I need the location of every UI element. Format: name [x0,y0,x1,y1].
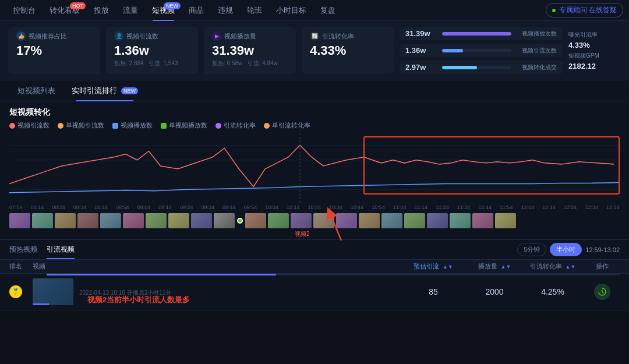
bottom-tab-flow[interactable]: 引流视频 [47,242,75,257]
nav-console[interactable]: 控制台 [6,0,43,21]
stats-right-panel: 31.39w 视频播放次数 1.36w 视频引流次数 2.97w 视频转化成交 [400,27,563,74]
new-badge: NEW [164,2,181,9]
arrow-svg [318,207,365,242]
th-action: 操作 [585,262,620,271]
nav-review[interactable]: 复盘 [313,0,342,21]
stat-label-recommend: 👍 视频推荐占比 [16,31,92,41]
right-bar-convert [442,66,511,69]
thumb-6[interactable] [123,213,144,228]
thumb-19[interactable] [427,213,448,228]
bottom-tab-preheat[interactable]: 预热视频 [9,242,37,257]
thumb-1[interactable] [9,213,30,228]
stats-far-right: 曝光引流率 4.33% 短视频GPM 2182.12 [568,27,621,74]
annotation-row: 视频2 [9,230,620,239]
nav-shortvideo[interactable]: 短视频 NEW [145,0,182,21]
right-label-convert: 视频转化成交 [516,63,557,72]
chart-canvas [9,133,620,203]
chart-title: 短视频转化 [9,107,620,118]
online-dot [552,9,556,12]
play-icon: ▶ [212,31,221,41]
legend-sq-play [112,123,118,129]
video2-label: 视频2 [295,230,310,238]
right-bar-fill-convert [442,66,477,69]
stats-row: 👍 视频推荐占比 17% 👤 视频引流数 1.36w 预热: 2,884 引流:… [0,21,629,80]
legend-single-play: 单视频播放数 [161,121,207,130]
stat-value-flow: 1.36w [114,43,190,58]
sub-tab-realtime[interactable]: 实时引流排行 NEW [63,80,146,101]
realtime-new-badge: NEW [121,87,138,94]
legend-play: 视频播放数 [112,121,153,130]
legend-rate: 引流转化率 [215,121,256,130]
video-thumb-img [33,278,73,305]
legend-dot-rate [215,123,221,129]
top-nav: 控制台 转化看板 HOT 投放 流量 短视频 NEW 商品 违规 轮班 小时目标… [0,0,629,21]
stat-label-flow: 👤 视频引流数 [114,31,190,41]
nav-shift[interactable]: 轮班 [240,0,269,21]
advisor-button[interactable]: 专属顾问 在线答疑 [546,3,623,17]
thumb-4[interactable] [77,213,98,228]
th-play[interactable]: 播放量 ▲▼ [468,262,521,271]
thumb-20[interactable] [450,213,471,228]
btn-5min[interactable]: 5分钟 [517,243,546,256]
legend-dot-flow [9,123,15,129]
right-row-flow: 1.36w 视频引流次数 [400,44,563,57]
rank-gold: 🥇 [9,285,22,298]
thumb-17[interactable] [381,213,402,228]
action-button[interactable] [594,284,610,300]
thumb-13[interactable] [291,213,312,228]
time-buttons: 5分钟 半小时 12:59-13:02 [517,243,620,256]
right-label-flow: 视频引流次数 [516,47,557,55]
bottom-section: 预热视频 引流视频 5分钟 半小时 12:59-13:02 排名 视频 预估引流… [0,239,629,310]
hot-badge: HOT [70,2,86,9]
legend-dot-single-flow [58,123,63,129]
stat-value-rate: 4.33% [310,43,386,58]
th-rate[interactable]: 引流转化率 ▲▼ [521,262,585,271]
thumb-12[interactable] [268,213,289,228]
video-thumb[interactable] [33,278,73,305]
right-val-play: 31.39w [405,29,437,38]
btn-halfhour[interactable]: 半小时 [550,243,582,256]
time-range: 12:59-13:02 [585,246,620,253]
thumb-8[interactable] [168,213,189,228]
bottom-tabs-row: 预热视频 引流视频 5分钟 半小时 12:59-13:02 [0,240,629,260]
sort-flow-icon: ▲▼ [443,264,453,270]
thumb-5[interactable] [100,213,121,228]
stat-card-flow: 👤 视频引流数 1.36w 预热: 2,884 引流: 1,543 [106,27,198,74]
sort-rate-icon: ▲▼ [566,264,576,270]
thumb-10[interactable] [214,213,235,228]
thumb-strip [9,211,620,230]
thumb-22[interactable] [495,213,516,228]
right-val-flow: 1.36w [405,46,437,55]
right-row-play: 31.39w 视频播放次数 [400,27,563,40]
video-date: 2022-04-13 10:10 开播后2小时11分 [79,289,398,297]
table-row: 🥇 2022-04-13 10:10 开播后2小时11分 85 2000 4.2… [0,274,629,310]
thumb-progress [33,303,49,305]
thumb-21[interactable] [472,213,493,228]
thumb-11[interactable] [245,213,266,228]
thumb-3[interactable] [55,213,76,228]
nav-traffic[interactable]: 流量 [116,0,145,21]
rate-icon: 🔄 [310,31,319,41]
sub-tab-list[interactable]: 短视频列表 [9,80,63,101]
nav-conversion[interactable]: 转化看板 HOT [43,0,87,21]
thumb-2[interactable] [32,213,53,228]
nav-delivery[interactable]: 投放 [87,0,116,21]
nav-violation[interactable]: 违规 [211,0,240,21]
thumb-18[interactable] [404,213,425,228]
right-val-convert: 2.97w [405,63,437,72]
stat-label-rate: 🔄 引流转化率 [310,31,386,41]
stat-card-recommend: 👍 视频推荐占比 17% [8,27,100,74]
recommend-icon: 👍 [16,31,26,41]
nav-product[interactable]: 商品 [182,0,211,21]
thumb-9[interactable] [191,213,212,228]
th-rank: 排名 [9,262,33,271]
nav-hourly[interactable]: 小时目标 [269,0,313,21]
stat-card-play: ▶ 视频播放量 31.39w 预热: 6.58w 引流: 4.84w [204,27,296,74]
legend-single-flow: 单视频引流数 [58,121,104,130]
sort-play-icon: ▲▼ [501,264,511,270]
thumb-7[interactable] [146,213,167,228]
far-right-gpm-value: 2182.12 [568,62,621,70]
right-label-play: 视频播放次数 [516,30,557,38]
th-flow[interactable]: 预估引流 ▲▼ [398,262,468,271]
table-header: 排名 视频 预估引流 ▲▼ 播放量 ▲▼ 引流转化率 ▲▼ 操作 [0,260,629,274]
